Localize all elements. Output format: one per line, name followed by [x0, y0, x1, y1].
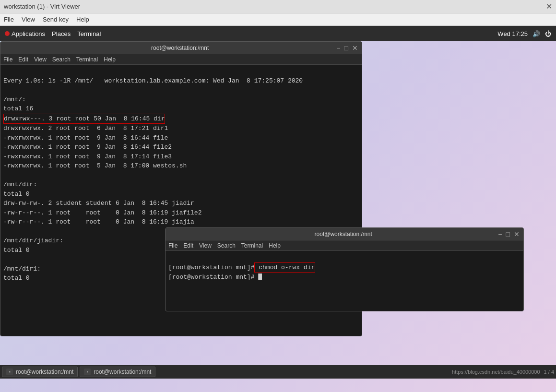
terminal2-maximize[interactable]: □	[506, 230, 510, 238]
term2-cmd-highlight: chmod o-rwx dir	[254, 262, 315, 273]
volume-icon[interactable]: 🔊	[532, 30, 540, 37]
panel-left: Applications Places Terminal	[5, 30, 101, 37]
terminal2-titlebar: root@workstation:/mnt − □ ✕	[166, 228, 523, 240]
term2-menu-edit[interactable]: Edit	[183, 242, 193, 249]
taskbar-label-1: root@workstation:/mnt	[16, 368, 73, 375]
term1-menu-edit[interactable]: Edit	[18, 56, 28, 63]
taskbar-url: https://blog.csdn.net/baidu_40000000	[452, 369, 540, 375]
term1-dir1: drwxrwxrwx. 2 root root 6 Jan 8 17:21 di…	[3, 125, 168, 132]
term1-dir-highlight: drwxrwx---. 3 root root 50 Jan 8 16:45 d…	[3, 114, 165, 124]
terminal-button[interactable]: Terminal	[77, 30, 101, 37]
term1-file: -rwxrwxrwx. 1 root root 9 Jan 8 16:44 fi…	[3, 134, 168, 142]
term1-menu-view[interactable]: View	[34, 56, 47, 63]
term1-line1: Every 1.0s: ls -lR /mnt/ workstation.lab…	[3, 77, 303, 84]
terminal2-controls: − □ ✕	[498, 230, 520, 238]
term1-file3: -rwxrwxrwx. 1 root root 9 Jan 8 17:14 fi…	[3, 153, 172, 160]
panel-right: Wed 17:25 🔊 ⏻	[497, 30, 551, 37]
window-close-button[interactable]: ✕	[546, 2, 552, 11]
terminal1-controls: − □ ✕	[336, 44, 358, 52]
virt-viewer-menubar: File View Send key Help	[0, 13, 556, 26]
window-title: workstation (1) - Virt Viewer	[4, 3, 80, 10]
term2-line1-prompt: [root@workstation mnt]#	[168, 264, 254, 271]
terminal2-title: root@workstation:/mnt	[189, 231, 498, 238]
term2-menu-file[interactable]: File	[168, 242, 177, 249]
taskbar-item-1[interactable]: ▪ root@workstation:/mnt	[2, 367, 78, 377]
taskbar-label-2: root@workstation:/mnt	[94, 368, 151, 375]
term1-westos: -rwxrwxrwx. 1 root root 5 Jan 8 17:00 we…	[3, 162, 187, 169]
menu-help[interactable]: Help	[76, 16, 89, 23]
term2-line2-prompt: [root@workstation mnt]#	[168, 273, 258, 281]
term1-blank1	[3, 86, 7, 94]
taskbar-icon-2: ▪	[84, 368, 91, 375]
taskbar-item-2[interactable]: ▪ root@workstation:/mnt	[80, 367, 155, 377]
term1-jiajia: -rw-r--r--. 1 root root 0 Jan 8 16:19 ji…	[3, 218, 194, 226]
redhat-icon	[5, 31, 10, 36]
term1-mnt-dir-jiadir: /mnt/dir/jiadir:	[3, 237, 63, 244]
term1-jiadir: drw-rw-rw-. 2 student student 6 Jan 8 16…	[3, 200, 194, 207]
term1-mnt-dir: /mnt/dir:	[3, 181, 37, 188]
term1-blank2	[3, 172, 7, 179]
term1-mnt-dir1: /mnt/dir1:	[3, 265, 41, 273]
term1-menu-terminal[interactable]: Terminal	[76, 56, 98, 63]
taskbar-icon-1: ▪	[6, 368, 13, 375]
terminal2-minimize[interactable]: −	[498, 230, 502, 238]
term1-menu-file[interactable]: File	[3, 56, 12, 63]
terminal1-maximize[interactable]: □	[344, 44, 348, 52]
terminal2-content: [root@workstation mnt]# chmod o-rwx dir …	[166, 251, 523, 293]
clock: Wed 17:25	[497, 30, 528, 37]
term2-menu-help[interactable]: Help	[269, 242, 281, 249]
term2-menu-terminal[interactable]: Terminal	[241, 242, 263, 249]
desktop: root@workstation:/mnt − □ ✕ File Edit Vi…	[0, 41, 556, 379]
menu-sendkey[interactable]: Send key	[43, 16, 69, 23]
term1-menu-help[interactable]: Help	[104, 56, 116, 63]
term1-blank3	[3, 228, 7, 235]
applications-button[interactable]: Applications	[5, 30, 45, 37]
term1-total0-1: total 0	[3, 190, 30, 198]
taskbar-page: 1 / 4	[544, 369, 554, 375]
menu-view[interactable]: View	[22, 16, 35, 23]
virt-viewer-titlebar: workstation (1) - Virt Viewer ✕	[0, 0, 556, 13]
term1-file2: -rwxrwxrwx. 1 root root 9 Jan 8 16:44 fi…	[3, 143, 172, 151]
term1-jiafile2: -rw-r--r--. 1 root root 0 Jan 8 16:19 ji…	[3, 209, 201, 216]
power-icon[interactable]: ⏻	[545, 30, 551, 37]
term1-total0-3: total 0	[3, 274, 30, 282]
terminal1-title: root@workstation:/mnt	[24, 45, 336, 51]
terminal2-close[interactable]: ✕	[514, 230, 520, 238]
term1-total16: total 16	[3, 105, 33, 112]
taskbar: ▪ root@workstation:/mnt ▪ root@workstati…	[0, 365, 556, 379]
term1-blank4	[3, 256, 7, 263]
term1-mnt: /mnt/:	[3, 96, 26, 103]
term1-total0-2: total 0	[3, 247, 30, 254]
terminal2-menubar: File Edit View Search Terminal Help	[166, 240, 523, 251]
terminal1-close[interactable]: ✕	[352, 44, 358, 52]
menu-file[interactable]: File	[4, 16, 14, 23]
places-button[interactable]: Places	[52, 30, 71, 37]
term1-menu-search[interactable]: Search	[52, 56, 71, 63]
terminal1-menubar: File Edit View Search Terminal Help	[0, 54, 362, 65]
term2-menu-search[interactable]: Search	[217, 242, 236, 249]
term2-menu-view[interactable]: View	[199, 242, 212, 249]
applications-label: Applications	[12, 30, 45, 37]
term2-cursor: █	[258, 273, 262, 281]
terminal1-minimize[interactable]: −	[336, 44, 340, 52]
terminal-window-2: root@workstation:/mnt − □ ✕ File Edit Vi…	[165, 227, 524, 311]
gnome-top-panel: Applications Places Terminal Wed 17:25 🔊…	[0, 26, 556, 41]
terminal1-titlebar: root@workstation:/mnt − □ ✕	[0, 42, 362, 54]
